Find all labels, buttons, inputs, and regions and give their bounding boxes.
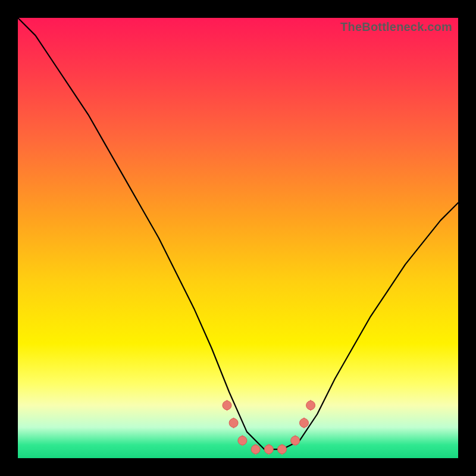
highlighted-point xyxy=(278,445,287,454)
bottleneck-curve xyxy=(18,18,458,449)
highlighted-point xyxy=(306,401,315,410)
highlighted-point xyxy=(300,418,309,427)
chart-frame: TheBottleneck.com xyxy=(0,0,476,476)
highlighted-point xyxy=(291,436,300,445)
highlighted-point xyxy=(229,418,238,427)
highlighted-point xyxy=(264,445,273,454)
plot-area: TheBottleneck.com xyxy=(18,18,458,458)
curve-svg xyxy=(18,18,458,458)
highlighted-point xyxy=(251,445,260,454)
highlighted-point xyxy=(238,436,247,445)
highlighted-point xyxy=(223,401,231,410)
